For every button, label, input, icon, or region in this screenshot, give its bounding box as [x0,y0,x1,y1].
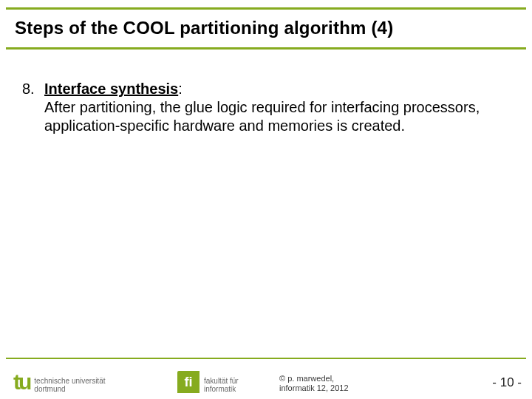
tu-label-line2: dortmund [34,385,65,393]
copyright-icon: © [279,374,285,383]
footer: tu technische universität dortmund fi fa… [0,359,532,399]
fi-label-line2: informatik [204,385,236,393]
credit-line1: p. marwedel, [287,374,334,383]
title-underline [6,47,526,50]
item-text: After partitioning, the glue logic requi… [44,99,480,134]
credit-line2: informatik 12, 2012 [279,383,349,392]
fi-label: fakultät für informatik [204,377,239,393]
top-rule [6,7,526,10]
fi-logo-icon: fi [177,371,200,393]
copyright-credit: © p. marwedel, informatik 12, 2012 [279,374,349,393]
body-content: 8.Interface synthesis:After partitioning… [22,80,505,135]
tu-logo-icon: tu [13,371,30,393]
fi-logo-block: fi fakultät für informatik [177,371,239,393]
slide-title: Steps of the COOL partitioning algorithm… [15,18,393,38]
list-body: Interface synthesis:After partitioning, … [44,80,488,135]
tu-label: technische universität dortmund [34,377,105,393]
tu-logo-block: tu technische universität dortmund [13,371,106,393]
tu-label-line1: technische universität [34,377,105,385]
item-heading: Interface synthesis [44,81,178,97]
slide: Steps of the COOL partitioning algorithm… [0,0,532,399]
fi-label-line1: fakultät für [204,377,239,385]
list-number: 8. [22,80,44,98]
page-number: - 10 - [492,375,522,390]
